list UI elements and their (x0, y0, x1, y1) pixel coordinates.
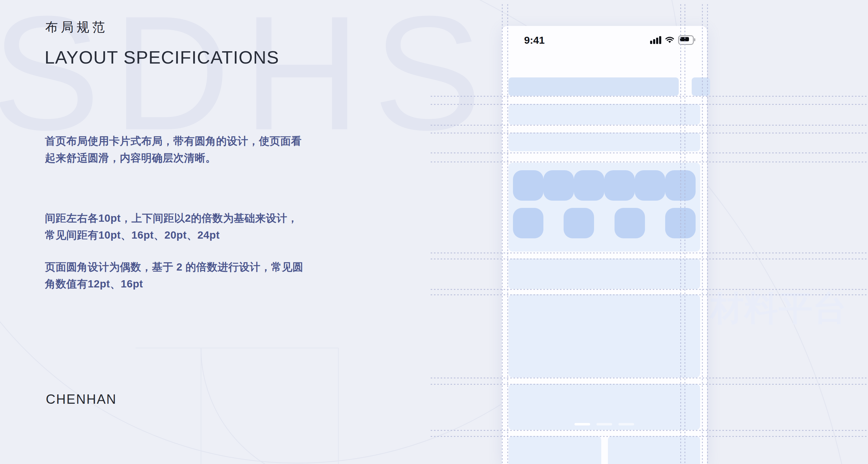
horizontal-guide-line (431, 252, 868, 253)
app-icon-placeholder[interactable] (574, 170, 604, 201)
horizontal-guide-line (431, 258, 868, 259)
app-icon-grid-card[interactable] (508, 163, 700, 252)
app-icon-placeholder[interactable] (564, 208, 594, 238)
placeholder-row-2[interactable] (508, 132, 700, 151)
spec-paragraph-card-layout: 首页布局使用卡片式布局，带有圆角的设计，使页面看 起来舒适圆滑，内容明确层次清晰… (45, 132, 340, 166)
app-icon-placeholder[interactable] (604, 170, 635, 201)
status-bar-icons (650, 36, 694, 44)
app-icon-placeholder[interactable] (615, 208, 645, 238)
spec-paragraph-spacing: 间距左右各10pt，上下间距以2的倍数为基础来设计， 常见间距有10pt、16p… (45, 210, 340, 243)
status-bar-time: 9:41 (524, 34, 545, 46)
bottom-card-right[interactable] (608, 436, 700, 464)
vertical-guide-line (684, 4, 685, 464)
pager-dash[interactable] (618, 423, 634, 426)
horizontal-guide-line (431, 289, 868, 290)
wifi-icon (664, 36, 675, 44)
horizontal-guide-line (431, 384, 868, 385)
page-title-english: LAYOUT SPECIFICATIONS (44, 47, 279, 68)
horizontal-guide-line (431, 436, 868, 437)
horizontal-guide-line (431, 132, 868, 133)
spec-paragraph-corner-radius: 页面圆角设计为偶数，基于 2 的倍数进行设计，常见圆 角数值有12pt、16pt (45, 258, 340, 292)
horizontal-guide-line (431, 295, 868, 295)
phone-mockup: 9:41 LOGO (502, 26, 707, 464)
author-name: CHENHAN (46, 392, 117, 407)
pagination-dashes[interactable] (508, 423, 700, 426)
pager-dash[interactable] (596, 423, 612, 426)
horizontal-guide-line (431, 430, 868, 431)
horizontal-guide-line (431, 125, 868, 126)
app-icon-placeholder[interactable] (513, 208, 544, 238)
pager-dash[interactable] (575, 423, 590, 426)
cellular-signal-icon (650, 36, 661, 44)
bottom-card-left[interactable] (508, 436, 601, 464)
vertical-guide-line (507, 4, 508, 464)
horizontal-guide-line (431, 96, 868, 97)
placeholder-row-3[interactable] (508, 258, 700, 289)
horizontal-guide-line (431, 161, 868, 162)
content-card-with-pager[interactable] (508, 384, 700, 430)
horizontal-guide-line (431, 152, 868, 153)
vertical-guide-line (702, 4, 703, 464)
banner-carousel-card[interactable] (508, 78, 679, 96)
content-card-large[interactable] (508, 295, 700, 377)
page-title-chinese: 布局规范 (45, 19, 108, 36)
app-icon-placeholder[interactable] (635, 170, 665, 201)
right-watermark-text: 材料平台 (710, 286, 847, 331)
app-icon-placeholder[interactable] (544, 170, 574, 201)
horizontal-guide-line (431, 377, 868, 378)
vertical-guide-line (502, 4, 503, 464)
app-icon-placeholder[interactable] (513, 170, 544, 201)
placeholder-row-1[interactable] (508, 104, 700, 125)
vertical-guide-line (680, 4, 681, 464)
vertical-guide-line (707, 4, 708, 464)
horizontal-guide-line (431, 104, 868, 105)
